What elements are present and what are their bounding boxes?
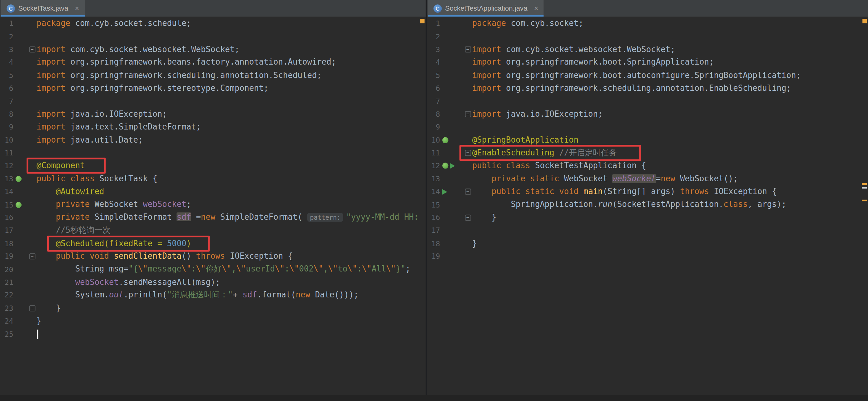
code-line[interactable]: 15 private WebSocket webSocket; <box>0 198 426 211</box>
code-editor[interactable]: 1package com.cyb.socket.schedule;23−impo… <box>0 17 426 340</box>
line-number: 5 <box>0 71 13 79</box>
window-bottom-edge <box>0 395 868 401</box>
code-line[interactable]: 3−import com.cyb.socket.websocket.WebSoc… <box>427 43 868 56</box>
code-text: public static void main(String[] args) t… <box>472 186 868 198</box>
spring-bean-icon[interactable] <box>16 176 22 181</box>
code-line[interactable]: 24} <box>0 314 426 327</box>
scrollbar-error-stripe[interactable] <box>861 17 868 401</box>
fold-marker[interactable]: − <box>465 215 471 221</box>
line-number: 4 <box>427 58 440 67</box>
code-line[interactable]: 22 System.out.println("消息推送时间："+ sdf.for… <box>0 289 426 302</box>
code-line[interactable]: 10@SpringBootApplication <box>427 134 868 146</box>
code-line[interactable]: 8import java.io.IOException; <box>0 108 426 121</box>
code-line[interactable]: 1package com.cyb.socket; <box>427 17 868 30</box>
code-text: import java.util.Date; <box>36 134 426 146</box>
spring-bean-icon[interactable] <box>442 163 448 169</box>
code-line[interactable]: 2 <box>0 30 426 43</box>
code-line[interactable]: 7 <box>0 95 426 108</box>
code-line[interactable]: 2 <box>427 30 868 43</box>
line-number: 13 <box>427 175 440 183</box>
code-line[interactable]: 6import org.springframework.scheduling.a… <box>427 82 868 95</box>
fold-marker[interactable]: − <box>29 305 35 311</box>
code-line[interactable]: 8−import java.io.IOException; <box>427 108 868 121</box>
line-number: 10 <box>427 136 440 144</box>
code-line[interactable]: 1package com.cyb.socket.schedule; <box>0 17 426 30</box>
tab-bar-right: C SocketTestApplication.java × <box>427 0 868 17</box>
code-line[interactable]: 10import java.util.Date; <box>0 134 426 146</box>
code-line[interactable]: 7 <box>427 95 868 108</box>
line-number: 3 <box>0 45 13 54</box>
code-line[interactable]: 16− } <box>427 211 868 224</box>
stripe-mark <box>862 187 867 189</box>
line-number: 3 <box>427 45 440 54</box>
tab-sockettask-java[interactable]: C SocketTask.java × <box>1 0 85 16</box>
fold-marker[interactable]: − <box>465 46 471 53</box>
code-line[interactable]: 12public class SocketTestApplication { <box>427 160 868 172</box>
code-text: package com.cyb.socket.schedule; <box>36 17 426 30</box>
code-line[interactable]: 5import org.springframework.boot.autocon… <box>427 69 868 82</box>
line-number: 14 <box>0 188 13 196</box>
code-text: } <box>36 302 426 314</box>
code-text: import org.springframework.stereotype.Co… <box>36 82 426 95</box>
code-text: } <box>36 314 426 327</box>
code-line[interactable]: 18 @Scheduled(fixedRate = 5000) <box>0 237 426 250</box>
close-icon[interactable]: × <box>75 5 79 12</box>
line-number: 12 <box>0 162 13 170</box>
code-line[interactable]: 5import org.springframework.scheduling.a… <box>0 69 426 82</box>
line-number: 19 <box>427 253 440 261</box>
line-number: 18 <box>0 239 13 248</box>
code-line[interactable]: 17 <box>427 224 868 237</box>
code-line[interactable]: 9 <box>427 121 868 134</box>
code-line[interactable]: 14 @Autowired <box>0 186 426 198</box>
code-line[interactable]: 18} <box>427 237 868 250</box>
code-line[interactable]: 6import org.springframework.stereotype.C… <box>0 82 426 95</box>
fold-marker[interactable]: − <box>465 111 471 117</box>
code-line[interactable]: 11−@EnableScheduling //开启定时任务 <box>427 146 868 159</box>
code-line[interactable]: 13 private static WebSocket webSocket=ne… <box>427 172 868 185</box>
code-editor[interactable]: 1package com.cyb.socket;23−import com.cy… <box>427 17 868 263</box>
spring-bean-icon[interactable] <box>442 137 448 143</box>
code-line[interactable]: 19 <box>427 250 868 263</box>
code-text: package com.cyb.socket; <box>472 17 868 30</box>
code-text: System.out.println("消息推送时间："+ sdf.format… <box>36 289 426 302</box>
line-number: 6 <box>0 84 13 93</box>
scrollbar-error-stripe[interactable] <box>418 17 426 401</box>
code-line[interactable]: 11 <box>0 146 426 159</box>
run-icon[interactable] <box>442 189 447 195</box>
line-number: 16 <box>0 213 13 222</box>
code-line[interactable]: 12@Component <box>0 160 426 172</box>
line-number: 6 <box>427 84 440 93</box>
gutter-icons <box>440 137 463 143</box>
text-caret <box>37 330 38 339</box>
code-text: private SimpleDateFormat sdf =new Simple… <box>36 211 426 224</box>
fold-marker[interactable]: − <box>29 46 35 53</box>
fold-marker[interactable]: − <box>465 150 471 156</box>
close-icon[interactable]: × <box>534 5 538 12</box>
code-text: import java.io.IOException; <box>36 108 426 121</box>
code-line[interactable]: 19− public void sendClientData() throws … <box>0 250 426 263</box>
code-line[interactable]: 23− } <box>0 302 426 314</box>
code-line[interactable]: 9import java.text.SimpleDateFormat; <box>0 121 426 134</box>
code-text: @Autowired <box>36 186 426 198</box>
code-line[interactable]: 17 //5秒轮询一次 <box>0 224 426 237</box>
code-line[interactable]: 20 String msg="{\"message\":\"你好\",\"use… <box>0 263 426 276</box>
line-number: 22 <box>0 291 13 300</box>
tab-sockettestapplication-java[interactable]: C SocketTestApplication.java × <box>428 0 544 16</box>
line-number: 24 <box>0 317 13 326</box>
code-line[interactable]: 14− public static void main(String[] arg… <box>427 186 868 198</box>
code-text: webSocket.sendMessageAll(msg); <box>36 276 426 289</box>
fold-marker[interactable]: − <box>465 189 471 195</box>
code-line[interactable]: 13public class SocketTask { <box>0 172 426 185</box>
fold-marker[interactable]: − <box>29 254 35 259</box>
code-line[interactable]: 21 webSocket.sendMessageAll(msg); <box>0 276 426 289</box>
spring-bean-icon[interactable] <box>16 202 22 207</box>
code-line[interactable]: 16 private SimpleDateFormat sdf =new Sim… <box>0 211 426 224</box>
code-line[interactable]: 4import org.springframework.beans.factor… <box>0 56 426 69</box>
tab-title: SocketTask.java <box>18 4 68 12</box>
code-line[interactable]: 3−import com.cyb.socket.websocket.WebSoc… <box>0 43 426 56</box>
code-line[interactable]: 25 <box>0 328 426 340</box>
run-icon[interactable] <box>450 163 455 169</box>
line-number: 4 <box>0 58 13 67</box>
code-line[interactable]: 4import org.springframework.boot.SpringA… <box>427 56 868 69</box>
code-line[interactable]: 15 SpringApplication.run(SocketTestAppli… <box>427 198 868 211</box>
